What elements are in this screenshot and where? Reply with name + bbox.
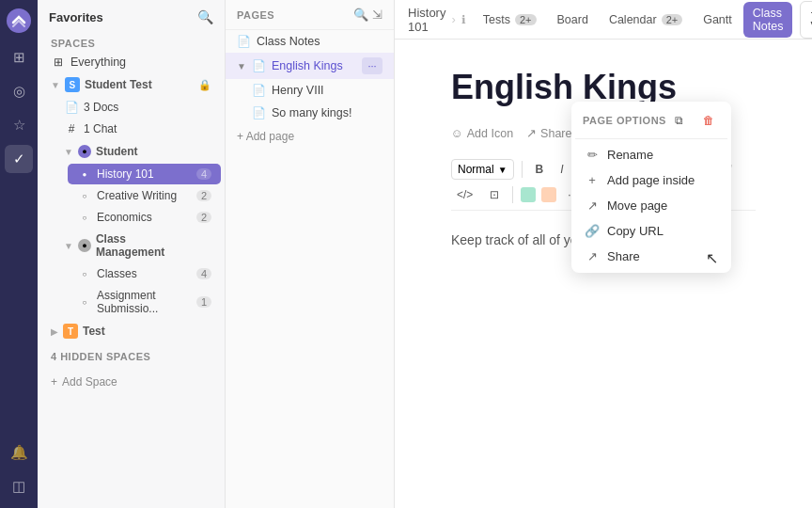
italic-btn[interactable]: I (554, 160, 569, 179)
page-item-henry-viii[interactable]: 📄 Henry VIII (241, 79, 394, 102)
english-kings-sub: 📄 Henry VIII 📄 So many kings! (226, 79, 394, 124)
bold-label: B (536, 163, 544, 176)
context-menu-delete-icon[interactable]: 🗑 (697, 109, 720, 132)
context-menu-divider (575, 138, 727, 139)
home-icon[interactable]: ⊞ (5, 43, 33, 71)
info-circle-icon: ℹ (461, 13, 466, 26)
move-page-icon: ↗ (585, 198, 600, 213)
tab-class-notes-label: Class Notes (753, 7, 784, 33)
tab-bar: Tests 2+ Board Calendar 2+ Gantt Class N… (474, 2, 793, 38)
toolbar-divider-4 (512, 186, 513, 203)
format-select[interactable]: Normal ▼ (451, 159, 514, 180)
color-swatch-orange[interactable] (541, 187, 556, 202)
tab-board[interactable]: Board (548, 8, 598, 31)
add-space-btn[interactable]: + Add Space (38, 372, 225, 392)
henry-viii-name: Henry VIII (272, 84, 383, 97)
tab-calendar[interactable]: Calendar 2+ (600, 8, 692, 31)
student-test-label: Student Test (85, 78, 194, 91)
space-expand-icon: ▼ (51, 80, 60, 90)
sidebar-item-creative-writing[interactable]: ○ Creative Writing 2 (68, 185, 221, 206)
tab-class-notes[interactable]: Class Notes (743, 2, 793, 38)
sidebar-item-assignment[interactable]: ○ Assignment Submissio... 1 (68, 285, 221, 319)
view-button[interactable]: + View (800, 1, 812, 39)
class-mgmt-expand: ▼ (64, 241, 73, 251)
favorites-icon[interactable]: ☆ (5, 111, 33, 139)
breadcrumb-separator: › (451, 12, 455, 26)
embed-btn[interactable]: ⊡ (484, 185, 505, 204)
add-page-btn[interactable]: + Add page (226, 124, 394, 149)
add-icon-btn[interactable]: ☺ Add Icon (451, 127, 513, 140)
notifications-icon[interactable]: 🔔 (5, 438, 33, 467)
color-swatch-green[interactable] (521, 187, 536, 202)
history101-label: History 101 (97, 167, 192, 181)
class-mgmt-add-btn[interactable]: + (199, 238, 211, 253)
add-icon-label: Add Icon (467, 127, 513, 140)
student-group-header[interactable]: ▼ ● Student ··· + (55, 140, 221, 163)
copy-url-icon: 🔗 (585, 224, 600, 238)
economics-dot: ○ (77, 214, 92, 222)
sidebar: Favorites 🔍 Spaces ⊞ Everything ▼ S Stud… (38, 0, 226, 508)
assignment-count: 1 (196, 296, 211, 308)
share-label: Share (607, 249, 640, 263)
cm-item-add-page-inside[interactable]: + Add page inside (575, 167, 727, 193)
bold-btn[interactable]: B (530, 160, 550, 179)
breadcrumb-history101[interactable]: History 101 (408, 6, 445, 34)
class-mgmt-items: ○ Classes 4 ○ Assignment Submissio... 1 (51, 263, 225, 319)
apps-icon[interactable]: ◫ (5, 472, 33, 500)
english-kings-options-btn[interactable]: ··· (362, 57, 383, 74)
student-group-add-btn[interactable]: + (199, 144, 211, 159)
page-item-english-kings[interactable]: ▼ 📄 English Kings ··· (226, 53, 394, 79)
student-test-space[interactable]: ▼ S Student Test 🔒 (41, 73, 221, 96)
tab-tests-badge: 2+ (515, 14, 537, 25)
pages-header: Pages 🔍 ⇲ (226, 0, 394, 30)
class-mgmt-label: Class Management (96, 232, 178, 259)
cm-item-copy-url[interactable]: 🔗 Copy URL (575, 218, 727, 244)
sidebar-item-economics[interactable]: ○ Economics 2 (68, 207, 221, 228)
spaces-icon[interactable]: ◎ (5, 77, 33, 105)
test-space-header[interactable]: ▶ T Test (41, 320, 221, 342)
sidebar-item-classes[interactable]: ○ Classes 4 (68, 263, 221, 284)
creative-writing-count: 2 (196, 190, 211, 201)
sidebar-item-chat[interactable]: # 1 Chat (55, 119, 221, 139)
student-group-expand: ▼ (64, 147, 73, 157)
cm-item-move-page[interactable]: ↗ Move page (575, 193, 727, 218)
docs-icon: 📄 (64, 101, 79, 114)
student-group-more-btn[interactable]: ··· (182, 144, 197, 159)
sidebar-item-history101[interactable]: ● History 101 4 (68, 164, 221, 184)
economics-label: Economics (97, 211, 192, 224)
rename-label: Rename (607, 148, 653, 162)
tasks-icon[interactable]: ✓ (5, 145, 33, 173)
lock-icon: 🔒 (198, 79, 211, 91)
pages-search-icon[interactable]: 🔍 (353, 8, 368, 22)
top-bar: History 101 › ℹ Tests 2+ Board Calendar … (395, 0, 812, 40)
tab-tests[interactable]: Tests 2+ (474, 8, 546, 31)
page-item-class-notes[interactable]: 📄 Class Notes (226, 30, 394, 53)
sidebar-item-docs[interactable]: 📄 3 Docs (55, 97, 221, 118)
cm-item-rename[interactable]: ✏ Rename (575, 142, 727, 167)
favorites-label: Favorites (49, 10, 103, 24)
tab-calendar-badge: 2+ (662, 14, 683, 25)
tab-calendar-label: Calendar (609, 13, 657, 26)
breadcrumb: History 101 › ℹ (408, 6, 466, 34)
sidebar-search-icon[interactable]: 🔍 (197, 9, 213, 24)
context-menu-copy-icon[interactable]: ⧉ (667, 109, 690, 132)
class-mgmt-icon: ● (78, 239, 91, 252)
add-page-label: + Add page (237, 130, 294, 143)
code-btn[interactable]: </> (451, 185, 478, 204)
tab-gantt[interactable]: Gantt (694, 8, 742, 31)
student-group-items: ● History 101 4 ○ Creative Writing 2 ○ E… (51, 164, 225, 228)
english-kings-page-name: English Kings (272, 59, 356, 72)
creative-writing-label: Creative Writing (97, 189, 192, 202)
app-logo[interactable] (6, 8, 32, 34)
context-menu-overlay: Page Options ⧉ 🗑 ✏ Rename + Add page ins… (571, 102, 731, 273)
sidebar-item-everything[interactable]: ⊞ Everything (41, 52, 221, 72)
pages-expand-icon[interactable]: ⇲ (372, 8, 383, 22)
page-item-so-many-kings[interactable]: 📄 So many kings! (241, 102, 394, 124)
class-mgmt-more-btn[interactable]: ··· (182, 238, 197, 253)
class-mgmt-header[interactable]: ▼ ● Class Management ··· + (55, 229, 221, 262)
assignment-label: Assignment Submissio... (97, 289, 192, 315)
add-page-inside-icon: + (585, 173, 600, 187)
context-menu-icons: ⧉ 🗑 (667, 109, 720, 132)
cm-item-share[interactable]: ↗ Share ↖ (575, 244, 727, 269)
test-space-expand: ▶ (51, 326, 58, 337)
